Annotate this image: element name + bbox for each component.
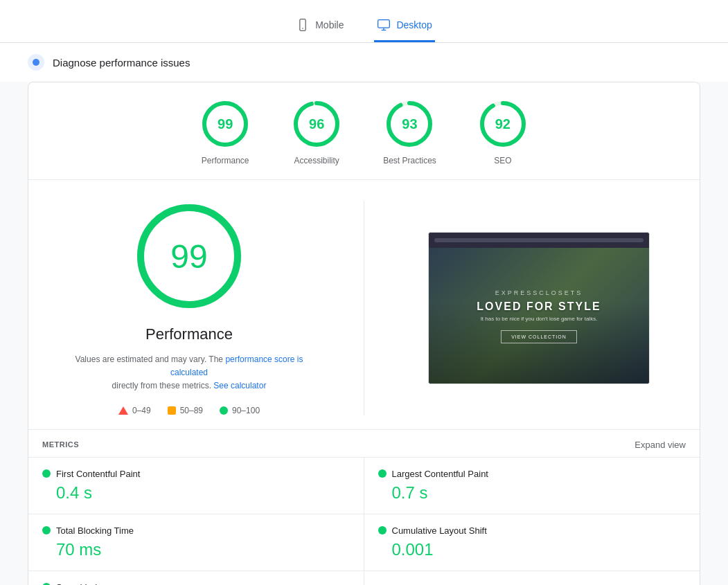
- tab-desktop[interactable]: Desktop: [374, 11, 434, 42]
- metrics-title: METRICS: [42, 440, 79, 449]
- note-link-calculator[interactable]: See calculator: [213, 381, 266, 390]
- metric-name-row-fcp: First Contentful Paint: [42, 469, 350, 479]
- metric-value-lcp: 0.7 s: [378, 483, 686, 503]
- content-area: 99 Performance Values are estimated and …: [28, 180, 700, 429]
- legend-range-poor: 0–49: [132, 406, 151, 415]
- scores-row: 99 Performance 96 Accessibility 93: [28, 82, 700, 180]
- main-performance-label: Performance: [145, 325, 233, 343]
- note-text-before: Values are estimated and may vary. The: [76, 354, 223, 364]
- diagnose-bar: Diagnose performance issues: [0, 43, 728, 82]
- metric-name-tbt: Total Blocking Time: [56, 525, 134, 536]
- metric-name-row-tbt: Total Blocking Time: [42, 525, 350, 536]
- right-panel: EXPRESSCLOSETS LOVED FOR STYLE It has to…: [392, 201, 686, 415]
- legend-row: 0–49 50–89 90–100: [118, 406, 260, 415]
- metric-name-lcp: Largest Contentful Paint: [392, 469, 488, 479]
- metric-value-tbt: 70 ms: [42, 540, 350, 559]
- screenshot-nav-bar: [429, 233, 649, 248]
- legend-dot-icon: [220, 406, 228, 415]
- metric-name-cls: Cumulative Layout Shift: [392, 525, 487, 536]
- metric-name-row-cls: Cumulative Layout Shift: [378, 525, 686, 536]
- metrics-section: METRICS Expand view First Contentful Pai…: [28, 429, 700, 585]
- legend-item-poor: 0–49: [118, 406, 151, 415]
- score-label-best-practices: Best Practices: [383, 156, 436, 165]
- legend-item-good: 90–100: [220, 406, 260, 415]
- metrics-grid: First Contentful Paint 0.4 s Largest Con…: [28, 457, 700, 585]
- metric-dot-lcp: [378, 469, 387, 478]
- metric-name-row-si: Speed Index: [42, 582, 350, 585]
- left-panel: 99 Performance Values are estimated and …: [42, 201, 336, 415]
- score-accessibility: 96 Accessibility: [292, 99, 341, 165]
- metric-cell-cls: Cumulative Layout Shift 0.001: [364, 514, 700, 571]
- screenshot-preview: EXPRESSCLOSETS LOVED FOR STYLE It has to…: [428, 232, 650, 384]
- values-note: Values are estimated and may vary. The p…: [57, 353, 321, 393]
- metric-name-fcp: First Contentful Paint: [56, 469, 140, 479]
- legend-triangle-icon: [118, 406, 128, 415]
- metric-dot-cls: [378, 526, 387, 534]
- score-seo: 92 SEO: [478, 99, 528, 165]
- score-circle-performance: 99: [200, 99, 250, 149]
- screenshot-cta-button: VIEW COLLECTION: [501, 330, 577, 343]
- metrics-header: METRICS Expand view: [28, 430, 700, 457]
- tab-mobile[interactable]: Mobile: [293, 11, 346, 42]
- screenshot-hero-text: LOVED FOR STYLE: [477, 300, 601, 313]
- metric-dot-tbt: [42, 526, 51, 534]
- diagnose-icon: [28, 54, 44, 71]
- metric-name-row-lcp: Largest Contentful Paint: [378, 469, 686, 479]
- score-best-practices: 93 Best Practices: [383, 99, 436, 165]
- metric-value-fcp: 0.4 s: [42, 483, 350, 503]
- score-performance: 99 Performance: [200, 99, 250, 165]
- diagnose-text: Diagnose performance issues: [53, 57, 190, 69]
- big-score-number: 99: [170, 237, 207, 276]
- metric-cell-tbt: Total Blocking Time 70 ms: [28, 514, 364, 571]
- metric-cell-lcp: Largest Contentful Paint 0.7 s: [364, 458, 700, 514]
- content-divider: [364, 201, 364, 415]
- legend-range-good: 90–100: [232, 406, 260, 415]
- screenshot-brand-tag: EXPRESSCLOSETS: [477, 289, 601, 296]
- big-score-circle: 99: [134, 201, 245, 312]
- score-value-accessibility: 96: [309, 116, 324, 132]
- score-value-best-practices: 93: [402, 116, 417, 132]
- metric-value-cls: 0.001: [378, 540, 686, 559]
- legend-range-moderate: 50–89: [180, 406, 203, 415]
- metric-cell-fcp: First Contentful Paint 0.4 s: [28, 458, 364, 514]
- svg-rect-0: [300, 19, 305, 31]
- screenshot-hero-sub: It has to be nice if you don't lose game…: [477, 316, 601, 322]
- metric-cell-empty: [364, 571, 700, 585]
- score-value-performance: 99: [217, 116, 233, 132]
- legend-item-moderate: 50–89: [168, 406, 203, 415]
- expand-view-button[interactable]: Expand view: [634, 440, 686, 450]
- note-text-middle: directly from these metrics.: [112, 381, 211, 390]
- main-card: 99 Performance 96 Accessibility 93: [28, 82, 700, 585]
- score-circle-seo: 92: [478, 99, 528, 149]
- svg-rect-2: [378, 20, 390, 28]
- score-label-seo: SEO: [494, 156, 511, 165]
- metric-cell-si: Speed Index 1.1 s: [28, 571, 364, 585]
- metric-name-si: Speed Index: [56, 582, 107, 585]
- screenshot-body: EXPRESSCLOSETS LOVED FOR STYLE It has to…: [429, 248, 649, 384]
- tab-mobile-label: Mobile: [315, 19, 344, 30]
- top-tabs-bar: Mobile Desktop: [0, 0, 728, 43]
- legend-square-icon: [168, 406, 176, 415]
- nav-url-bar: [434, 238, 643, 242]
- tab-desktop-label: Desktop: [396, 19, 432, 30]
- score-label-accessibility: Accessibility: [294, 156, 339, 165]
- score-value-seo: 92: [495, 116, 511, 132]
- metric-dot-fcp: [42, 469, 51, 478]
- score-label-performance: Performance: [202, 156, 249, 165]
- score-circle-accessibility: 96: [292, 99, 341, 149]
- score-circle-best-practices: 93: [384, 99, 434, 149]
